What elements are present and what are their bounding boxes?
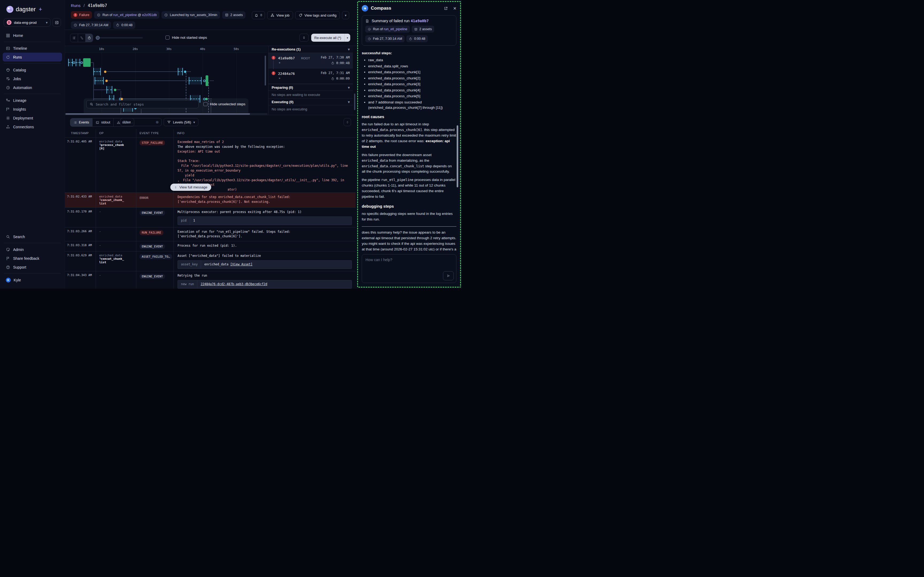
log-row[interactable]: 7:31:02.405 AM enriched_data└process_chu…: [65, 138, 356, 193]
reexecute-all-button[interactable]: Re-execute all (*) ▾: [311, 34, 350, 42]
open-in-new-icon[interactable]: [444, 6, 448, 10]
gantt-ellipsis: [116, 90, 120, 90]
view-flat-button[interactable]: [78, 34, 85, 42]
gantt-horizontal-scrollbar[interactable]: [65, 113, 268, 115]
panel-scrollbar[interactable]: [354, 93, 355, 110]
alerts-button[interactable]: 0: [252, 11, 265, 19]
reexecution-row[interactable]: ! 41a9a0b7 ROOT Feb 27, 7:30 AM * 0:00:4…: [268, 53, 353, 68]
gantt-chart[interactable]: 10s20s30s40s50s Search and filter steps …: [65, 46, 268, 115]
log-row[interactable]: 7:31:03.266 AM - RUN_FAILURE Execution o…: [65, 227, 356, 242]
view-job-button[interactable]: View job: [267, 11, 293, 19]
sidebar-item-catalog[interactable]: Catalog: [3, 66, 62, 74]
gantt-marker-dot: [184, 71, 186, 73]
filter-input[interactable]: Filter... ⊗: [120, 118, 162, 126]
inline-link[interactable]: run_etl_pipeline: [384, 27, 407, 31]
step-search-input[interactable]: Search and filter steps: [86, 100, 198, 108]
log-line: [177, 154, 352, 159]
alerts-count: 0: [260, 13, 262, 17]
filter-placeholder: Filter...: [123, 120, 133, 124]
sidebar-item-lineage[interactable]: Lineage: [3, 96, 62, 105]
sidebar-item-timeline[interactable]: Timeline: [3, 44, 62, 53]
gantt-step-bar[interactable]: [68, 59, 73, 66]
sidebar-item-automation[interactable]: Automation: [3, 83, 62, 92]
section-header-executing-0-[interactable]: Executing (0)▾: [268, 98, 353, 105]
log-timestamp: 7:31:02.433 AM: [65, 193, 96, 207]
sidebar-item-runs[interactable]: Runs: [3, 53, 62, 61]
compass-assets-badge[interactable]: 2 assets: [412, 26, 434, 32]
view-timed-button[interactable]: [85, 34, 93, 42]
sidebar-item-kyle[interactable]: KKyle: [3, 276, 62, 284]
gantt-step-bar-success[interactable]: [206, 75, 208, 86]
inline-link[interactable]: e2c051db: [142, 13, 157, 17]
sidebar-item-admin[interactable]: Admin: [3, 245, 62, 254]
search-icon: [90, 102, 93, 106]
zoom-slider[interactable]: [96, 37, 143, 39]
target-icon: [97, 13, 100, 17]
metadata-link[interactable]: 22484a76-dcd2-487b-aeb3-db3bece6cf2d: [200, 282, 267, 286]
successful-step: enriched_data.process_chunk[1]: [368, 69, 456, 75]
sidebar-item-support[interactable]: Support: [3, 263, 62, 272]
log-row[interactable]: 7:31:03.318 AM - ENGINE_EVENT Process fo…: [65, 241, 356, 251]
log-row[interactable]: 7:31:03.170 AM - ENGINE_EVENT Multiproce…: [65, 208, 356, 227]
expand-panel-button[interactable]: [300, 34, 308, 42]
reexecute-dropdown[interactable]: ▾: [344, 34, 350, 42]
gantt-step-bar[interactable]: [93, 68, 101, 75]
sidebar-item-share-feedback[interactable]: Share feedback: [3, 254, 62, 263]
view-tags-button[interactable]: View tags and config: [295, 11, 340, 19]
zoom-slider-knob[interactable]: [96, 36, 100, 40]
assets-badge[interactable]: 2 assets: [222, 11, 246, 19]
sidebar-item-deployment[interactable]: Deployment: [3, 114, 62, 122]
tab-events[interactable]: Events: [70, 118, 92, 126]
tab-stdout[interactable]: stdout: [92, 118, 113, 126]
chevron-down-icon: ▾: [348, 85, 350, 90]
gantt-step-bar[interactable]: [106, 86, 112, 93]
section-header-preparing-0-[interactable]: Preparing (0)▾: [268, 84, 353, 91]
sidebar-item-jobs[interactable]: Jobs: [3, 74, 62, 83]
gantt-vertical-scrollbar[interactable]: [265, 56, 266, 85]
reexecution-row[interactable]: ! 22484a76 Feb 27, 7:31 AM * 0:00:09: [268, 68, 353, 84]
inline-code: enriched_data.concat_chunk_list: [362, 164, 424, 168]
more-actions-button[interactable]: ▾: [342, 11, 349, 19]
gantt-step-bar-success[interactable]: [83, 58, 90, 67]
chat-input-placeholder: How can I help?: [366, 258, 392, 262]
run-duration-badge: 0:00:48: [113, 21, 135, 29]
levels-filter-button[interactable]: Levels (5/6) ▾: [164, 118, 198, 126]
inline-link[interactable]: run_etl_pipeline: [113, 13, 137, 17]
hide-unselected-checkbox[interactable]: Hide unselected steps: [203, 102, 245, 106]
log-row[interactable]: 7:31:02.433 AM enriched_data└concat_chun…: [65, 193, 356, 208]
view-waterfall-button[interactable]: [70, 34, 78, 42]
reexecutions-header[interactable]: Re-executions (1)▾: [268, 46, 353, 53]
deployment-selector[interactable]: D data-eng-prod ▾: [4, 18, 50, 27]
compass-scrollbar[interactable]: [456, 125, 458, 187]
summary-run-id[interactable]: 41a9a0b7: [411, 19, 429, 23]
reexecution-run-id[interactable]: 22484a76: [278, 72, 295, 76]
failure-icon: !: [272, 56, 276, 60]
sidebar-item-search[interactable]: Search: [3, 232, 62, 241]
sidebar-item-home[interactable]: Home: [3, 31, 62, 40]
breadcrumb-runs-link[interactable]: Runs: [71, 3, 81, 8]
collapse-sidebar-button[interactable]: [52, 18, 61, 27]
reexecution-run-id[interactable]: 41a9a0b7: [278, 56, 295, 60]
metadata-link[interactable]: [View Asset]: [230, 263, 252, 266]
sidebar-item-insights[interactable]: Insights: [3, 105, 62, 114]
compass-message: successful steps: raw_dataenriched_data.…: [362, 47, 456, 251]
log-row[interactable]: 7:31:03.629 AM enriched_data└concat_chun…: [65, 251, 356, 271]
close-icon[interactable]: ×: [453, 6, 456, 11]
launched-by-badge[interactable]: Launched by run_assets_30min: [161, 11, 220, 19]
view-full-message-button[interactable]: View full message: [170, 184, 211, 191]
log-row[interactable]: 7:31:04.343 AM - ENGINE_EVENT Retrying t…: [65, 271, 356, 288]
log-timestamp: 7:31:02.405 AM: [65, 138, 96, 193]
clear-filter-icon[interactable]: ⊗: [156, 120, 159, 124]
hide-not-started-checkbox[interactable]: Hide not started steps: [166, 35, 207, 40]
gantt-step-bar[interactable]: [95, 77, 104, 84]
gantt-step-bar[interactable]: [178, 68, 183, 75]
expand-logs-button[interactable]: [343, 118, 351, 126]
gantt-step-bar[interactable]: [76, 59, 80, 66]
sidebar-item-connections[interactable]: Connections: [3, 122, 62, 131]
chat-input[interactable]: How can I help?: [362, 254, 456, 283]
send-button[interactable]: [443, 271, 454, 280]
gantt-time-axis: 10s20s30s40s50s: [65, 46, 268, 53]
compass-run-badge[interactable]: Run of run_etl_pipeline: [365, 26, 410, 32]
gantt-step-bar[interactable]: [189, 77, 202, 84]
run-of-badge[interactable]: Run of run_etl_pipeline @ e2c051db: [94, 11, 160, 19]
